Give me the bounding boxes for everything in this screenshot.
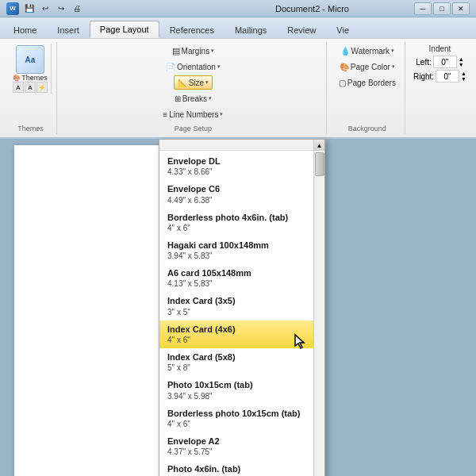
tab-home[interactable]: Home xyxy=(3,21,47,38)
menu-item[interactable]: Envelope C6 4.49" x 6.38" xyxy=(159,180,313,208)
theme-color-btn[interactable]: A xyxy=(13,82,24,93)
indent-right-spinner[interactable]: ▲ ▼ xyxy=(461,71,466,82)
page-color-btn[interactable]: 🎨 Page Color ▾ xyxy=(336,60,399,74)
menu-item[interactable]: A6 card 105x148mm 4.13" x 5.83" xyxy=(159,264,313,292)
page-borders-btn[interactable]: ▢ Page Borders xyxy=(335,75,400,90)
pb-row3: ▢ Page Borders xyxy=(335,75,400,90)
undo-btn[interactable]: ↩ xyxy=(38,2,52,16)
page-background-group: 💧 Watermark ▾ 🎨 Page Color ▾ ▢ Page Bord… xyxy=(330,42,405,134)
quick-access-toolbar: 💾 ↩ ↪ 🖨 xyxy=(22,2,84,16)
window-controls: ─ □ ✕ xyxy=(414,2,470,15)
page-setup-row2: 📄 Orientation ▾ xyxy=(162,60,225,74)
tab-page-layout[interactable]: Page Layout xyxy=(90,21,159,38)
indent-right-up[interactable]: ▲ xyxy=(461,71,466,76)
menu-item-name: Borderless photo 4x6in. (tab) xyxy=(167,212,305,223)
themes-label: Themes xyxy=(21,74,48,82)
menu-item-size: 5" x 8" xyxy=(167,363,305,373)
tab-review[interactable]: Review xyxy=(277,21,326,38)
menu-item[interactable]: Envelope DL 4.33" x 8.66" xyxy=(159,152,313,180)
page-setup-group-label: Page Setup xyxy=(175,123,212,132)
tab-bar: Home Insert Page Layout References Maili… xyxy=(0,17,476,38)
indent-left-input[interactable]: 0" xyxy=(433,56,457,68)
menu-item-size: 3.94" x 5.98" xyxy=(167,391,305,401)
scroll-up-arrow[interactable]: ▲ xyxy=(313,140,324,151)
menu-item-name: A6 card 105x148mm xyxy=(167,267,305,278)
menu-item-name: Envelope A2 xyxy=(167,436,305,447)
indent-right-row: Right: 0" ▲ ▼ xyxy=(413,70,466,83)
menu-item[interactable]: Photo 10x15cm (tab) 3.94" x 5.98" xyxy=(159,376,313,404)
menu-body: Envelope DL 4.33" x 8.66" Envelope C6 4.… xyxy=(159,151,324,476)
themes-group-label: Themes xyxy=(17,123,44,132)
indent-right-input[interactable]: 0" xyxy=(436,70,459,83)
breaks-arrow: ▾ xyxy=(209,95,212,102)
indent-left-spinner[interactable]: ▲ ▼ xyxy=(459,56,464,67)
menu-item-name: Index Card (4x6) xyxy=(167,324,305,335)
indent-left-row: Left: 0" ▲ ▼ xyxy=(416,56,463,68)
menu-item[interactable]: Borderless photo 10x15cm (tab) 4" x 6" xyxy=(159,405,313,432)
watermark-btn[interactable]: 💧 Watermark ▾ xyxy=(336,44,399,58)
menu-item[interactable]: Hagaki card 100x148mm 3.94" x 5.83" xyxy=(159,236,313,264)
indent-left-down[interactable]: ▼ xyxy=(459,62,464,67)
pb-row1: 💧 Watermark ▾ xyxy=(336,44,399,58)
menu-item[interactable]: Envelope A2 4.37" x 5.75" xyxy=(159,432,313,460)
menu-item-size: 4.37" x 5.75" xyxy=(167,447,305,457)
scrollbar-track[interactable] xyxy=(313,151,324,476)
menu-item-size: 4.13" x 5.83" xyxy=(167,278,305,289)
theme-effects-btn[interactable]: ⚡ xyxy=(36,82,48,93)
menu-item-size: 3" x 5" xyxy=(167,307,305,317)
title-bar: W 💾 ↩ ↪ 🖨 Document2 - Micro ─ □ ✕ xyxy=(0,0,476,17)
indent-right-down[interactable]: ▼ xyxy=(461,76,466,82)
watermark-arrow: ▾ xyxy=(391,48,394,54)
line-numbers-arrow: ▾ xyxy=(220,111,223,117)
menu-item[interactable]: Photo 4x6in. (tab) 4" x 6" xyxy=(159,460,313,476)
tab-references[interactable]: References xyxy=(159,21,225,38)
menu-item-name: Photo 4x6in. (tab) xyxy=(167,463,305,474)
menu-item-name: Photo 10x15cm (tab) xyxy=(167,379,305,390)
maximize-btn[interactable]: □ xyxy=(433,2,451,15)
margins-btn[interactable]: ▤ Margins ▾ xyxy=(168,44,219,58)
tab-mailings[interactable]: Mailings xyxy=(225,21,277,38)
size-arrow: ▾ xyxy=(205,79,209,86)
scrollbar-thumb[interactable] xyxy=(315,152,324,176)
menu-item-size: 4" x 6" xyxy=(167,223,305,233)
dropdown-items: Envelope DL 4.33" x 8.66" Envelope C6 4.… xyxy=(159,151,324,476)
menu-item[interactable]: Index Card (3x5) 3" x 5" xyxy=(159,292,313,320)
ribbon-content: Aa 🎨 Themes A A ⚡ Themes ▤ Margins xyxy=(0,38,476,137)
menu-item[interactable]: Borderless photo 4x6in. (tab) 4" x 6" xyxy=(159,209,313,236)
window-title: Document2 - Micro xyxy=(210,4,414,13)
close-btn[interactable]: ✕ xyxy=(452,2,470,15)
print-btn[interactable]: 🖨 xyxy=(70,2,84,16)
ribbon: Home Insert Page Layout References Maili… xyxy=(0,17,476,139)
save-btn[interactable]: 💾 xyxy=(22,2,36,16)
menu-item-size: 4.49" x 6.38" xyxy=(167,195,305,205)
menu-item-name: Hagaki card 100x148mm xyxy=(167,240,305,251)
app-icon: W xyxy=(6,2,19,15)
pb-row2: 🎨 Page Color ▾ xyxy=(336,60,399,74)
menu-item-size: 4.33" x 8.66" xyxy=(167,167,305,177)
page-setup-row4: ⊞ Breaks ▾ xyxy=(171,91,216,106)
menu-item-name: Envelope C6 xyxy=(167,183,305,194)
size-dropdown-menu: ▲ Envelope DL 4.33" x 8.66" Envelope C6 … xyxy=(159,139,325,476)
themes-large-btn[interactable]: Aa xyxy=(16,45,44,74)
orientation-btn[interactable]: 📄 Orientation ▾ xyxy=(162,60,225,74)
line-numbers-btn[interactable]: ≡ Line Numbers ▾ xyxy=(159,107,227,121)
theme-font-btn[interactable]: A xyxy=(25,82,36,93)
menu-item[interactable]: Index Card (4x6) 4" x 6" xyxy=(159,321,313,348)
menu-item-size: 4" x 6" xyxy=(167,419,305,429)
minimize-btn[interactable]: ─ xyxy=(414,2,432,15)
indent-label: Indent xyxy=(429,44,451,54)
page-setup-row1: ▤ Margins ▾ xyxy=(168,44,219,58)
themes-group: Aa 🎨 Themes A A ⚡ Themes xyxy=(5,42,57,134)
menu-item-name: Borderless photo 10x15cm (tab) xyxy=(167,408,305,419)
menu-item-size: 4" x 6" xyxy=(167,335,305,345)
breaks-btn[interactable]: ⊞ Breaks ▾ xyxy=(171,91,216,106)
tab-view[interactable]: Vie xyxy=(326,21,359,38)
indent-left-up[interactable]: ▲ xyxy=(459,56,464,62)
redo-btn[interactable]: ↪ xyxy=(54,2,68,16)
themes-area: Aa 🎨 Themes A A ⚡ xyxy=(10,44,52,94)
tab-insert[interactable]: Insert xyxy=(47,21,90,38)
size-btn[interactable]: 📐 Size ▾ xyxy=(174,75,213,90)
margins-arrow: ▾ xyxy=(211,48,214,54)
menu-item[interactable]: Index Card (5x8) 5" x 8" xyxy=(159,348,313,376)
orientation-arrow: ▾ xyxy=(217,63,221,70)
